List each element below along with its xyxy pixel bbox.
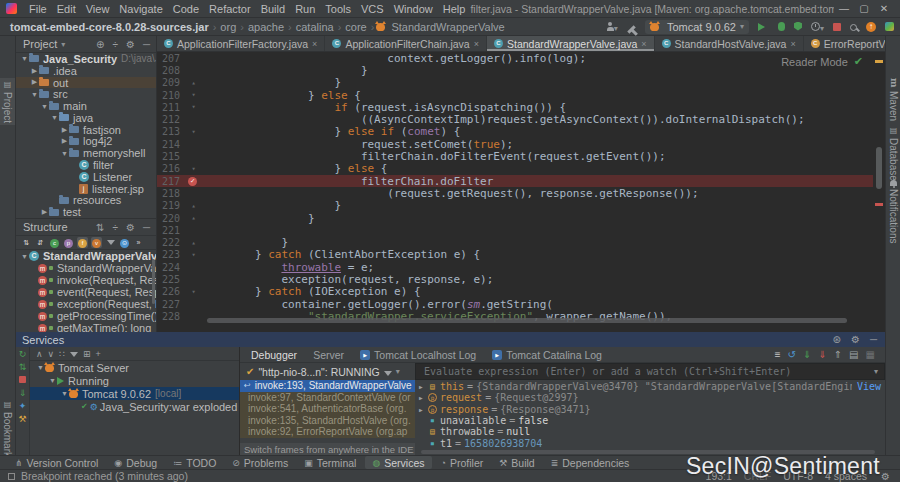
hide-icon[interactable]: ─ <box>141 39 152 50</box>
tool-window-button-version-control[interactable]: ⋔Version Control <box>8 456 105 469</box>
search-everywhere-icon[interactable] <box>850 21 857 33</box>
tree-item-out[interactable]: ▶out <box>16 77 156 89</box>
collapse-all-icon[interactable]: ÷ <box>110 222 120 233</box>
tree-item-log4j2[interactable]: ▶log4j2 <box>16 136 156 148</box>
tool-window-button-services[interactable]: ◍Services <box>365 456 431 469</box>
tool-window-button-profiler[interactable]: ◔Profiler <box>434 456 491 469</box>
menu-code[interactable]: Code <box>168 3 204 15</box>
float-mode-icon[interactable]: ⊛ <box>831 334 843 345</box>
breadcrumb-item[interactable]: apache <box>246 21 286 33</box>
lock-icon[interactable]: ⚙ <box>879 471 892 482</box>
debug-tab-debugger[interactable]: Debugger <box>244 349 304 361</box>
download-icon[interactable]: ⇓ <box>19 389 27 398</box>
code-line[interactable]: 224throwable = e; <box>157 261 885 273</box>
chevron-right-icon[interactable]: ▶ <box>419 394 425 401</box>
collapse-all-icon[interactable]: ÷ <box>110 39 120 50</box>
code-line[interactable]: 225exception(request, response, e); <box>157 273 885 285</box>
show-fields-icon[interactable]: f <box>77 237 88 248</box>
show-properties-icon[interactable]: p <box>63 237 74 248</box>
tab-errorreportvalve-java[interactable]: CErrorReportValve.java× <box>804 36 885 51</box>
breakpoint-icon[interactable]: ✓ <box>188 177 197 186</box>
upload-icon[interactable]: ⇑ <box>834 349 842 360</box>
tool-window-button-todo[interactable]: ≔TODO <box>166 456 223 469</box>
close-icon[interactable]: × <box>474 39 479 49</box>
settings-icon[interactable]: ⚙ <box>124 39 137 50</box>
tree-item-resources[interactable]: resources <box>16 195 156 207</box>
close-icon[interactable]: × <box>790 39 795 49</box>
plus-icon[interactable]: + <box>95 349 100 359</box>
variable-row[interactable]: ▶prequest = {Request@2997} <box>415 392 885 403</box>
show-classes-icon[interactable]: c <box>49 237 60 248</box>
stop-icon[interactable] <box>19 376 26 385</box>
debug-button[interactable] <box>778 21 785 33</box>
layout-icon[interactable]: ≡ <box>775 349 781 360</box>
menu-help[interactable]: Help <box>438 3 471 15</box>
tree-arrow-icon[interactable]: ▼ <box>60 390 69 397</box>
variable-row[interactable]: ▤throwable = null <box>415 426 885 437</box>
structure-method[interactable]: mexception(Request, Response, <box>16 298 156 310</box>
code-line[interactable]: 209▴} <box>157 77 885 89</box>
service-node-running[interactable]: ▼Running <box>30 374 239 387</box>
window-icon[interactable] <box>8 473 15 480</box>
breadcrumb-item[interactable]: org <box>218 21 238 33</box>
code-line[interactable]: 223▾} catch (ClientAbortException e) { <box>157 249 885 261</box>
code-line[interactable]: 220▴} <box>157 212 885 224</box>
tree-arrow-icon[interactable]: ▶ <box>30 78 39 86</box>
tree-arrow-icon[interactable]: ▼ <box>30 91 39 98</box>
structure-method[interactable]: mStandardWrapperValve() <box>16 262 156 274</box>
sidebar-item-maven[interactable]: mMaven <box>886 76 900 123</box>
tab-applicationfilterchain-java[interactable]: CApplicationFilterChain.java× <box>325 36 487 51</box>
code-line[interactable]: 214request.setComet(true); <box>157 138 885 150</box>
stack-frame[interactable]: ↩invoke:193, StandardWrapperValve <box>240 380 415 392</box>
menu-tools[interactable]: Tools <box>320 3 356 15</box>
debug-tab-tomcat-localhost-log[interactable]: ▶Tomcat Localhost Log <box>353 349 483 361</box>
breadcrumb-item[interactable]: core <box>343 21 368 33</box>
export-thread-icon[interactable]: ⇓ <box>803 349 811 360</box>
project-panel-title[interactable]: Project <box>23 38 57 50</box>
add-box-icon[interactable]: ⊞ <box>83 349 91 359</box>
debug-tab-server[interactable]: Server <box>306 349 351 361</box>
code-editor[interactable]: Reader Mode ✔ 207context.getLogger().inf… <box>157 52 885 332</box>
menu-refactor[interactable]: Refactor <box>204 3 256 15</box>
structure-method[interactable]: mgetMaxTime(): long <box>16 322 156 332</box>
structure-root[interactable]: ▼CStandardWrapperValve <box>16 250 156 262</box>
stack-frame[interactable]: invoke:92, ErrorReportValve (org.ap <box>240 426 415 438</box>
tree-arrow-icon[interactable]: ▶ <box>30 67 39 75</box>
stack-frame[interactable]: invoke:97, StandardContextValve (or <box>240 392 415 404</box>
menu-window[interactable]: Window <box>389 3 438 15</box>
close-icon[interactable]: ✕ <box>874 3 894 14</box>
variable-row[interactable]: ▶▤this = {StandardWrapperValve@3470} "St… <box>415 381 885 392</box>
code-line[interactable]: 212((AsyncContextImpl)request.getAsyncCo… <box>157 113 885 125</box>
tool-window-button-debug[interactable]: ◉Debug <box>107 456 164 469</box>
minimize-icon[interactable]: — <box>834 3 854 14</box>
tab-standardhostvalve-java[interactable]: CStandardHostValve.java× <box>655 36 804 51</box>
filter-icon[interactable] <box>105 237 116 248</box>
breadcrumb-item[interactable]: catalina <box>294 21 336 33</box>
tree-item-memoryshell[interactable]: ▼memoryshell <box>16 147 156 159</box>
tree-arrow-icon[interactable]: ▼ <box>48 377 57 384</box>
tree-arrow-icon[interactable]: ▼ <box>40 103 49 110</box>
debug-tab-tomcat-catalina-log[interactable]: ▶Tomcat Catalina Log <box>485 349 609 361</box>
tree-item-filter[interactable]: Cfilter <box>16 159 156 171</box>
settings-icon[interactable]: ⚙ <box>849 334 862 345</box>
structure-method[interactable]: minvoke(Request, Response): vo <box>16 274 156 286</box>
maximize-icon[interactable]: ▢ <box>854 3 874 14</box>
group-icon[interactable]: ∷ <box>59 349 65 359</box>
resume-icon[interactable]: ⇅ <box>19 363 27 372</box>
tool-window-button-build[interactable]: ⚒Build <box>492 456 541 469</box>
tree-item-java_security[interactable]: ▼Java_SecurityD:\java\Java_Securi <box>16 53 156 65</box>
code-line[interactable]: 218(request.getRequest(), response.getRe… <box>157 187 885 199</box>
code-line[interactable]: 219▴} <box>157 200 885 212</box>
more-icon[interactable]: » <box>133 237 144 248</box>
sidebar-item-project[interactable]: ▤Project <box>0 78 15 125</box>
code-line[interactable]: 226▾} catch (IOException e) { <box>157 286 885 298</box>
run-button[interactable] <box>758 21 769 33</box>
menu-file[interactable]: File <box>24 3 52 15</box>
sort-alpha-icon[interactable]: ⇅ <box>21 237 32 248</box>
stripe-mark[interactable] <box>875 60 883 63</box>
menu-vcs[interactable]: VCS <box>356 3 389 15</box>
expand-icon[interactable]: ⇅ <box>94 222 106 233</box>
profiler-button[interactable]: ▾ <box>811 21 824 33</box>
chevron-down-icon[interactable]: ▾ <box>396 367 400 376</box>
tree-arrow-icon[interactable]: ▼ <box>60 150 69 157</box>
